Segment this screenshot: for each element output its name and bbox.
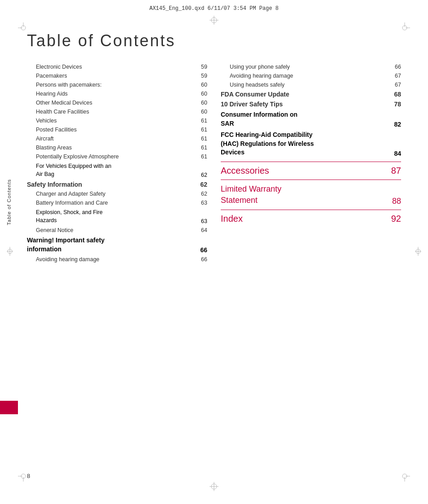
list-item: Other Medical Devices 60 bbox=[27, 100, 207, 106]
reg-mark-top-right bbox=[399, 22, 410, 33]
toc-divider bbox=[221, 210, 401, 210]
page: AX145_Eng_100.qxd 6/11/07 3:54 PM Page 8 bbox=[0, 0, 428, 504]
list-item: FCC Hearing-Aid Compatibility(HAC) Regul… bbox=[221, 131, 401, 157]
list-item: Safety Information 62 bbox=[27, 181, 207, 188]
list-item: Avoiding hearing damage 67 bbox=[221, 73, 401, 79]
reg-mark-top-left bbox=[18, 22, 29, 33]
list-item: Explosion, Shock, and FireHazards 63 bbox=[27, 209, 207, 224]
list-item: Index 92 bbox=[221, 214, 401, 224]
list-item: Blasting Areas 61 bbox=[27, 145, 207, 151]
reg-mark-bottom-right bbox=[399, 471, 410, 482]
header-bar: AX145_Eng_100.qxd 6/11/07 3:54 PM Page 8 bbox=[27, 5, 401, 12]
list-item: Using your phone safely 66 bbox=[221, 64, 401, 70]
list-item: Persons with pacemakers: 60 bbox=[27, 82, 207, 88]
toc-left-column: Electronic Devices 59 Pacemakers 59 Pers… bbox=[27, 64, 207, 265]
list-item: 10 Driver Safety Tips 78 bbox=[221, 101, 401, 108]
main-content: Table of Contents Electronic Devices 59 … bbox=[27, 31, 401, 301]
sidebar-label: Table of Contents bbox=[6, 179, 12, 225]
toc-right-column: Using your phone safely 66 Avoiding hear… bbox=[221, 64, 401, 265]
sidebar-red-box bbox=[0, 401, 18, 414]
list-item: For Vehicles Equipped with anAir Bag 62 bbox=[27, 162, 207, 178]
list-item: Using headsets safely 67 bbox=[221, 82, 401, 88]
sidebar-container: Table of Contents bbox=[0, 135, 18, 269]
list-item: Limited WarrantyStatement 88 bbox=[221, 184, 401, 206]
list-item: Health Care Facilities 60 bbox=[27, 109, 207, 115]
top-reg-mark bbox=[210, 16, 218, 26]
list-item: General Notice 64 bbox=[27, 227, 207, 233]
list-item: Battery Information and Care 63 bbox=[27, 200, 207, 206]
toc-divider bbox=[221, 162, 401, 162]
list-item: Posted Facilities 61 bbox=[27, 127, 207, 133]
page-number: 8 bbox=[27, 473, 30, 479]
list-item: FDA Consumer Update 68 bbox=[221, 91, 401, 98]
list-item: Hearing Aids 60 bbox=[27, 91, 207, 97]
header-text: AX145_Eng_100.qxd 6/11/07 3:54 PM Page 8 bbox=[149, 5, 279, 12]
list-item: Aircraft 61 bbox=[27, 136, 207, 142]
toc-divider bbox=[221, 180, 401, 180]
list-item: Charger and Adapter Safety 62 bbox=[27, 191, 207, 197]
list-item: Consumer Information onSAR 82 bbox=[221, 110, 401, 128]
list-item: Warning! Important safetyinformation 66 bbox=[27, 236, 207, 254]
list-item: Potentially Explosive Atmosphere 61 bbox=[27, 153, 207, 160]
page-title: Table of Contents bbox=[27, 31, 401, 50]
bottom-reg-mark bbox=[210, 482, 218, 493]
list-item: Pacemakers 59 bbox=[27, 73, 207, 79]
list-item: Avoiding hearing damage 66 bbox=[27, 256, 207, 263]
list-item: Vehicles 61 bbox=[27, 118, 207, 124]
toc-columns: Electronic Devices 59 Pacemakers 59 Pers… bbox=[27, 64, 401, 265]
right-reg-mark bbox=[415, 247, 421, 258]
list-item: Electronic Devices 59 bbox=[27, 64, 207, 70]
list-item: Accessories 87 bbox=[221, 166, 401, 176]
